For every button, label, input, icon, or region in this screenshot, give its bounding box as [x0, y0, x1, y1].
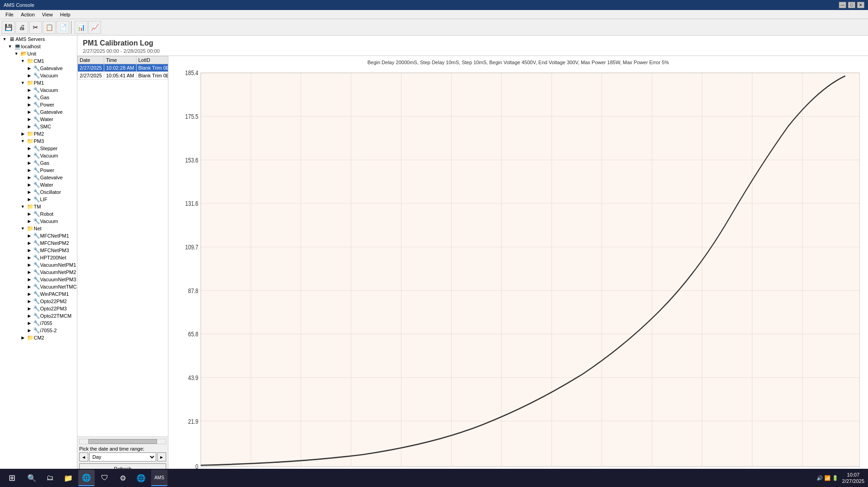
- tree-item-vacuum-cm1[interactable]: ▶🔧Vacuum: [0, 72, 77, 79]
- toolbar-btn-5[interactable]: 📄: [56, 21, 69, 34]
- tree-item-localhost[interactable]: ▼💻localhost: [0, 43, 77, 50]
- tree-expand-icon: ▶: [25, 65, 33, 71]
- tree-item-gas-pm3[interactable]: ▶🔧Gas: [0, 159, 77, 167]
- date-nav-left[interactable]: ◄: [79, 452, 88, 462]
- tree-item-net[interactable]: ▼📁Net: [0, 225, 77, 232]
- taskbar-chrome[interactable]: 🌐: [78, 470, 95, 486]
- minimize-button[interactable]: —: [839, 2, 846, 8]
- tree-item-cm2[interactable]: ▶📁CM2: [0, 334, 77, 341]
- tree-item-ams-servers[interactable]: ▼🖥AMS Servers: [0, 36, 77, 43]
- tree-item-mfcnetpm1[interactable]: ▶🔧MFCNetPM1: [0, 232, 77, 239]
- tree-label-opto22pm2: Opto22PM2: [40, 299, 77, 304]
- tree-item-i7055[interactable]: ▶🔧i7055: [0, 320, 77, 327]
- tree-expand-icon: ▶: [19, 131, 26, 137]
- tree-label-mfcnetpm3: MFCNetPM3: [40, 248, 77, 253]
- toolbar-btn-6[interactable]: 📊: [75, 21, 87, 34]
- taskbar-taskview[interactable]: 🗂: [42, 470, 58, 486]
- taskbar-settings[interactable]: ⚙: [115, 470, 131, 486]
- tree-item-power-pm3[interactable]: ▶🔧Power: [0, 167, 77, 174]
- tree-item-winpacpm1[interactable]: ▶🔧WinPACPM1: [0, 290, 77, 298]
- tree-item-unit[interactable]: ▼📂Unit: [0, 50, 77, 57]
- tree-item-stepper-pm3[interactable]: ▶🔧Stepper: [0, 145, 77, 152]
- tree-icon-power-pm3: 🔧: [33, 167, 40, 173]
- tree-item-pm2[interactable]: ▶📁PM2: [0, 130, 77, 137]
- tree-item-vacuum-tm[interactable]: ▶🔧Vacuum: [0, 218, 77, 225]
- date-dropdown[interactable]: DayWeekMonthCustom: [89, 452, 156, 462]
- toolbar-btn-4[interactable]: 📋: [43, 21, 56, 34]
- toolbar-btn-7[interactable]: 📈: [88, 21, 101, 34]
- tree-item-vacuum-pm3[interactable]: ▶🔧Vacuum: [0, 152, 77, 159]
- taskbar-network[interactable]: 🌐: [133, 470, 149, 486]
- tree-label-pm1: PM1: [34, 80, 77, 86]
- tree-item-opto22pm3[interactable]: ▶🔧Opto22PM3: [0, 305, 77, 312]
- tree-item-cm1[interactable]: ▼📁CM1: [0, 57, 77, 65]
- date-range-label: Pick the date and time range:: [79, 446, 166, 451]
- tree-item-vacuumnetpm1[interactable]: ▶🔧VacuumNetPM1: [0, 261, 77, 269]
- tree-item-gas-pm1[interactable]: ▶🔧Gas: [0, 94, 77, 101]
- tree-item-vacuumnetpm2[interactable]: ▶🔧VacuumNetPM2: [0, 269, 77, 276]
- tree-item-vacuumnetpm3[interactable]: ▶🔧VacuumNetPM3: [0, 276, 77, 283]
- tree-icon-cm1: 📁: [26, 58, 34, 64]
- title-bar: AMS Console — □ ✕: [0, 0, 868, 10]
- maximize-button[interactable]: □: [848, 2, 855, 8]
- tree-item-robot-tm[interactable]: ▶🔧Robot: [0, 210, 77, 218]
- toolbar-btn-1[interactable]: 💾: [2, 21, 15, 34]
- scrollbar-track[interactable]: [79, 439, 166, 444]
- chart-panel: Begin Delay 20000mS, Step Delay 10mS, St…: [168, 56, 868, 476]
- scrollbar-thumb[interactable]: [88, 439, 157, 444]
- taskbar-search[interactable]: 🔍: [24, 470, 40, 486]
- tree-item-gatevalve-cm1[interactable]: ▶🔧Gatevalve: [0, 65, 77, 72]
- tree-item-pm3[interactable]: ▼📁PM3: [0, 137, 77, 145]
- taskbar-shield[interactable]: 🛡: [96, 470, 113, 486]
- close-button[interactable]: ✕: [857, 2, 864, 8]
- tree-item-hpt200net[interactable]: ▶🔧HPT200Net: [0, 254, 77, 261]
- table-row[interactable]: 2/27/202510:02:28 AMBlank Trim 0E15C0: [78, 64, 168, 72]
- tree-label-hpt200net: HPT200Net: [40, 255, 77, 260]
- log-panel: DateTimeLotIDWafer2/27/202510:02:28 AMBl…: [77, 56, 168, 476]
- menu-view[interactable]: View: [38, 11, 56, 18]
- tree-expand-icon: ▶: [25, 313, 33, 319]
- tree-item-smc-pm1[interactable]: ▶🔧SMC: [0, 123, 77, 130]
- tree-item-water-pm1[interactable]: ▶🔧Water: [0, 116, 77, 123]
- tree-item-pm1[interactable]: ▼📁PM1: [0, 79, 77, 86]
- tree-item-water-pm3[interactable]: ▶🔧Water: [0, 181, 77, 188]
- menu-help[interactable]: Help: [56, 11, 74, 18]
- tree-expand-icon: ▶: [25, 160, 33, 166]
- col-header-date[interactable]: Date: [78, 56, 104, 64]
- tree-item-power-pm1[interactable]: ▶🔧Power: [0, 101, 77, 108]
- tree-icon-robot-tm: 🔧: [33, 211, 40, 217]
- taskbar-right: 🔊 📶 🔋 10:07 2/27/2025: [817, 472, 864, 485]
- tree-item-lif-pm3[interactable]: ▶🔧LIF: [0, 196, 77, 203]
- taskbar-explorer[interactable]: 📁: [60, 470, 76, 486]
- table-row[interactable]: 2/27/202510:05:41 AMBlank Trim 0E15C0: [78, 72, 168, 80]
- taskbar-ams[interactable]: AMS: [151, 470, 168, 486]
- tree-expand-icon: ▶: [19, 335, 26, 341]
- tree-item-i7055-2[interactable]: ▶🔧i7055-2: [0, 327, 77, 334]
- tree-icon-opto22pm2: 🔧: [33, 298, 40, 304]
- tree-item-oscillator-pm3[interactable]: ▶🔧Oscillator: [0, 188, 77, 196]
- tree-item-mfcnetpm2[interactable]: ▶🔧MFCNetPM2: [0, 239, 77, 247]
- col-header-time[interactable]: Time: [104, 56, 136, 64]
- tree-item-opto22pm2[interactable]: ▶🔧Opto22PM2: [0, 298, 77, 305]
- tree-item-gatevalve-pm1[interactable]: ▶🔧Gatevalve: [0, 108, 77, 116]
- tree-icon-mfcnetpm1: 🔧: [33, 233, 40, 239]
- tree-icon-hpt200net: 🔧: [33, 254, 40, 261]
- menu-action[interactable]: Action: [17, 11, 39, 18]
- tree-icon-water-pm1: 🔧: [33, 116, 40, 122]
- tree-item-opto22tmcm[interactable]: ▶🔧Opto22TMCM: [0, 312, 77, 320]
- tree-item-vacuum-pm1[interactable]: ▶🔧Vacuum: [0, 86, 77, 94]
- tree-label-i7055-2: i7055-2: [40, 328, 77, 333]
- start-button[interactable]: ⊞: [4, 470, 20, 486]
- toolbar-btn-2[interactable]: 🖨: [15, 21, 28, 34]
- toolbar-btn-3[interactable]: ✂: [29, 21, 42, 34]
- tree-item-vacuumnettmcm[interactable]: ▶🔧VacuumNetTMCM: [0, 283, 77, 290]
- tree-icon-net: 📁: [26, 225, 34, 232]
- title-bar-text: AMS Console: [4, 2, 34, 8]
- col-header-lotid[interactable]: LotID: [136, 56, 168, 64]
- tree-item-mfcnetpm3[interactable]: ▶🔧MFCNetPM3: [0, 247, 77, 254]
- tree-item-tm[interactable]: ▼📁TM: [0, 203, 77, 210]
- tree-item-gatevalve-pm3[interactable]: ▶🔧Gatevalve: [0, 174, 77, 181]
- menu-file[interactable]: File: [2, 11, 17, 18]
- date-nav-right[interactable]: ►: [157, 452, 166, 462]
- svg-text:109.7: 109.7: [185, 244, 198, 251]
